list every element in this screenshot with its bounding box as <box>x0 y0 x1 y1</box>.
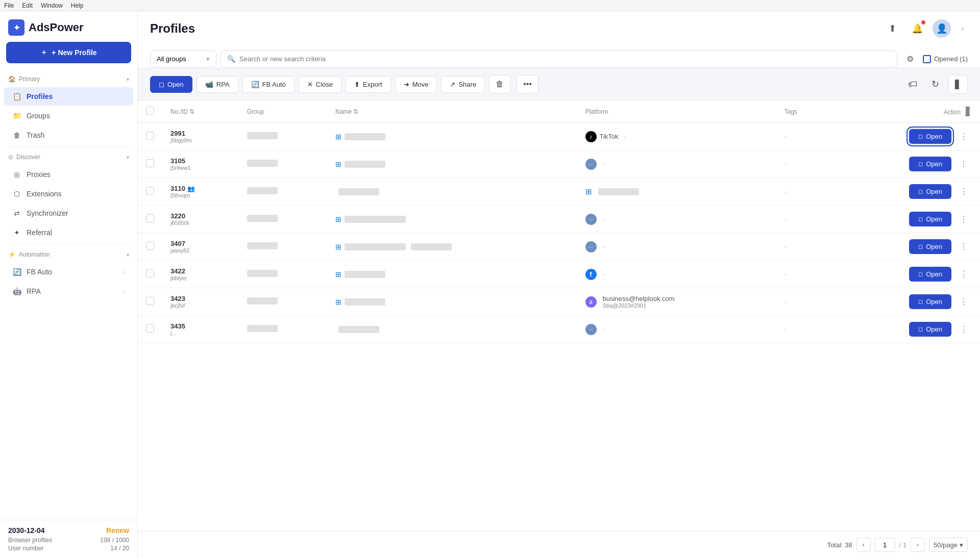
opened-filter[interactable]: Opened (1) <box>923 55 968 63</box>
row-checkbox[interactable] <box>146 269 154 277</box>
close-action-button[interactable]: ✕ Close <box>299 76 341 93</box>
sidebar-item-rpa-label: RPA <box>27 287 118 295</box>
row-more-button[interactable]: ⋮ <box>955 157 972 171</box>
delete-action-button[interactable]: 🗑 <box>489 75 510 93</box>
search-box: 🔍 <box>220 50 897 67</box>
row-checkbox[interactable] <box>146 132 154 140</box>
rpa-action-button[interactable]: 📹 RPA <box>197 76 238 93</box>
sidebar-item-extensions-label: Extensions <box>27 190 61 198</box>
move-action-button[interactable]: ➜ Move <box>395 76 437 93</box>
close-action-icon: ✕ <box>307 81 313 88</box>
per-page-select[interactable]: 50/page ▾ <box>929 538 968 552</box>
row-open-button[interactable]: ◻ Open <box>909 157 951 171</box>
page-input[interactable] <box>875 538 895 552</box>
discover-section-header[interactable]: ⊙ Discover ▾ <box>0 149 137 165</box>
row-more-button[interactable]: ⋮ <box>955 267 972 281</box>
renew-link[interactable]: Renew <box>106 526 129 535</box>
row-id-code: j5thvqm <box>170 192 195 198</box>
open-action-button[interactable]: ◻ Open <box>150 76 192 93</box>
sidebar-item-rpa[interactable]: 🤖 RPA › <box>4 282 133 300</box>
row-checkbox[interactable] <box>146 242 154 250</box>
row-more-button[interactable]: ⋮ <box>955 295 972 309</box>
new-profile-button[interactable]: ＋ + New Profile <box>6 42 131 63</box>
rpa-icon: 🤖 <box>12 287 21 295</box>
search-input[interactable] <box>239 55 891 63</box>
row-more-button[interactable]: ⋮ <box>955 130 972 143</box>
sidebar-item-profiles[interactable]: 📋 Profiles <box>4 87 133 106</box>
sidebar-item-extensions[interactable]: ⬡ Extensions <box>4 185 133 203</box>
menu-file[interactable]: File <box>4 2 14 9</box>
more-action-button[interactable]: ••• <box>517 75 538 93</box>
refresh-button[interactable]: ↻ <box>926 74 944 94</box>
table-row: 2991 j5bgy0m ⊞ ♪ TikTok - <box>138 123 980 150</box>
menu-edit[interactable]: Edit <box>22 2 33 9</box>
search-icon: 🔍 <box>227 55 235 63</box>
row-open-icon: ◻ <box>918 188 923 195</box>
row-checkbox[interactable] <box>146 324 154 333</box>
open-icon: ◻ <box>159 81 164 88</box>
row-platform: ··· - <box>577 206 776 233</box>
table-row: 3110 👥 j5thvqm ⊞ <box>138 178 980 206</box>
move-action-icon: ➜ <box>404 81 409 88</box>
name-sort-icon: ⇅ <box>353 108 358 115</box>
row-platform: f - <box>577 261 776 288</box>
sidebar-item-fb-auto[interactable]: 🔄 FB Auto › <box>4 263 133 281</box>
group-select[interactable]: All groups ▾ <box>150 50 216 67</box>
primary-chevron-icon: ▾ <box>127 77 129 82</box>
export-action-button[interactable]: ⬆ Export <box>346 76 391 93</box>
sidebar-item-groups[interactable]: 📁 Groups <box>4 107 133 125</box>
sidebar-divider <box>8 147 129 147</box>
select-all-checkbox[interactable] <box>146 107 154 115</box>
row-more-button[interactable]: ⋮ <box>955 322 972 336</box>
sidebar-divider-2 <box>8 244 129 245</box>
avatar-button[interactable]: 👤 <box>933 19 951 38</box>
next-page-button[interactable]: › <box>911 538 925 552</box>
sidebar-item-synchronizer[interactable]: ⇄ Synchronizer <box>4 204 133 222</box>
sidebar-item-referral[interactable]: ✦ Referral <box>4 223 133 242</box>
synchronizer-icon: ⇄ <box>12 209 21 217</box>
row-more-button[interactable]: ⋮ <box>955 240 972 253</box>
sidebar-item-profiles-label: Profiles <box>27 92 53 100</box>
row-checkbox[interactable] <box>146 187 154 195</box>
fb-auto-action-label: FB Auto <box>262 81 286 88</box>
expand-icon[interactable]: › <box>957 22 968 35</box>
row-open-button[interactable]: ◻ Open <box>909 129 951 144</box>
fb-auto-action-icon: 🔄 <box>251 81 259 88</box>
opened-label: Opened (1) <box>934 55 968 63</box>
close-action-label: Close <box>316 81 333 88</box>
fb-auto-action-button[interactable]: 🔄 FB Auto <box>242 76 295 93</box>
menu-help[interactable]: Help <box>71 2 84 9</box>
rpa-action-label: RPA <box>216 81 230 88</box>
row-open-button[interactable]: ◻ Open <box>909 212 951 226</box>
row-open-button[interactable]: ◻ Open <box>909 184 951 199</box>
sidebar-item-proxies[interactable]: ◎ Proxies <box>4 165 133 184</box>
upload-icon: ⬆ <box>889 23 896 34</box>
automation-section-header[interactable]: ⚡ Automation ▾ <box>0 247 137 262</box>
filter-button[interactable]: ⚙ <box>901 50 919 68</box>
row-id-num: 3110 👥 <box>170 185 195 192</box>
prev-page-button[interactable]: ‹ <box>856 538 871 552</box>
menu-window[interactable]: Window <box>41 2 63 9</box>
row-open-button[interactable]: ◻ Open <box>909 239 951 254</box>
row-open-button[interactable]: ◻ Open <box>909 294 951 309</box>
row-open-button[interactable]: ◻ Open <box>909 267 951 282</box>
page-title: Profiles <box>150 21 195 36</box>
main-header: Profiles ⬆ 🔔 👤 <box>138 11 980 68</box>
row-checkbox[interactable] <box>146 159 154 167</box>
toolbar: All groups ▾ 🔍 ⚙ Opened (1) <box>150 44 968 68</box>
row-more-button[interactable]: ⋮ <box>955 212 972 226</box>
export-action-icon: ⬆ <box>354 81 360 88</box>
upload-button[interactable]: ⬆ <box>884 19 902 38</box>
row-more-button[interactable]: ⋮ <box>955 185 972 198</box>
tag-button[interactable]: 🏷 <box>903 75 922 94</box>
primary-section-header[interactable]: 🏠 Primary ▾ <box>0 71 137 87</box>
row-checkbox[interactable] <box>146 297 154 305</box>
extensions-icon: ⬡ <box>12 190 21 198</box>
share-action-button[interactable]: ↗ Share <box>441 76 485 93</box>
opened-checkbox[interactable] <box>923 55 931 63</box>
sidebar-item-trash[interactable]: 🗑 Trash <box>4 126 133 144</box>
row-platform: ♪ TikTok - <box>577 123 776 150</box>
row-checkbox[interactable] <box>146 214 154 222</box>
row-open-button[interactable]: ◻ Open <box>909 322 951 337</box>
column-toggle-button[interactable]: ▋ <box>948 75 968 94</box>
